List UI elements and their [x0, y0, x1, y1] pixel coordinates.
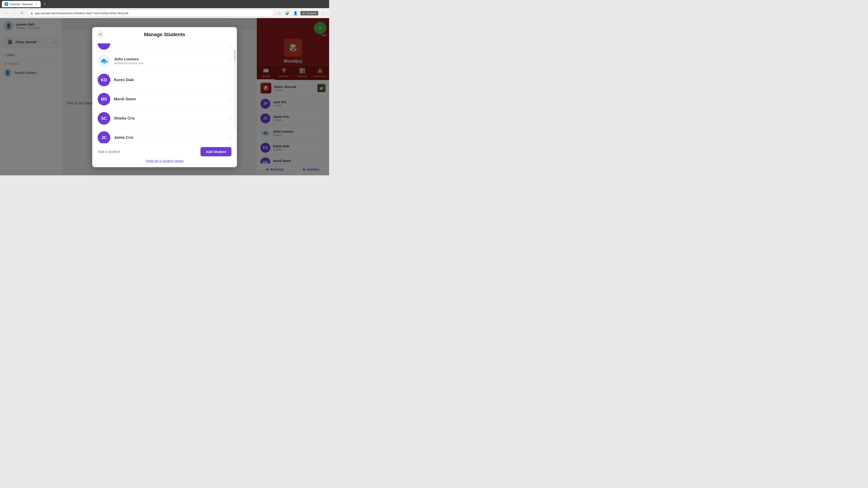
mordi-avatar: MS	[98, 93, 110, 105]
scrollbar-track	[234, 50, 236, 131]
menu-button[interactable]: ⋮	[320, 10, 327, 16]
paste-list-link[interactable]: Paste list of student names	[146, 159, 184, 163]
modal-footer: Add Student Paste list of student names	[92, 143, 237, 167]
app-wrapper: 👤 Lauren Deli Teacher - 2 Classes 📓 Clas…	[0, 18, 329, 175]
modal-overlay[interactable]: × Manage Students › 🐟 John Louises sampl…	[0, 18, 329, 175]
modal-student-john[interactable]: 🐟 John Louises sample@moodjoy.com ›	[92, 51, 237, 70]
modal-body: › 🐟 John Louises sample@moodjoy.com › KD…	[92, 41, 237, 143]
modal-student-jamie[interactable]: JC Jamie Cris ›	[92, 128, 237, 143]
karen-info: Karen Dale	[114, 78, 227, 82]
partial-student-row: ›	[92, 43, 237, 51]
lock-icon: 🔒	[30, 11, 33, 15]
url-text: app.seesaw.me/#/class/class.e01bf4c2-9a2…	[35, 11, 128, 15]
tab-bar: S Journal - Seesaw × +	[0, 0, 329, 8]
add-student-row: Add Student	[98, 147, 231, 156]
jamie-chevron-icon: ›	[230, 135, 231, 140]
modal-close-button[interactable]: ×	[97, 31, 104, 38]
john-email: sample@moodjoy.com	[114, 61, 227, 65]
jamie-info: Jamie Cris	[114, 135, 227, 140]
john-fish-avatar: 🐟	[98, 55, 110, 67]
back-button[interactable]: ←	[3, 10, 9, 16]
add-student-button[interactable]: Add Student	[200, 147, 231, 156]
extensions-button[interactable]: 🧩	[284, 10, 290, 16]
reload-button[interactable]: ↻	[19, 10, 25, 16]
karen-avatar: KD	[98, 74, 110, 86]
tab-title: Journal - Seesaw	[10, 2, 33, 6]
shiella-avatar: SC	[98, 112, 110, 125]
shiella-info: Shiella Cris	[114, 116, 227, 121]
mordi-name: Mordi Seem	[114, 97, 227, 101]
modal-student-shiella[interactable]: SC Shiella Cris ›	[92, 109, 237, 128]
john-chevron-icon: ›	[230, 59, 231, 63]
mordi-chevron-icon: ›	[230, 97, 231, 101]
profile-button[interactable]: 👤	[292, 10, 299, 16]
address-bar[interactable]: 🔒 app.seesaw.me/#/class/class.e01bf4c2-9…	[27, 10, 274, 17]
incognito-badge: 🕵 Incognito	[301, 11, 318, 15]
active-tab[interactable]: S Journal - Seesaw ×	[2, 1, 41, 7]
shiella-chevron-icon: ›	[230, 116, 231, 121]
john-name: John Louises	[114, 57, 227, 61]
modal-student-karen[interactable]: KD Karen Dale ›	[92, 70, 237, 90]
karen-name: Karen Dale	[114, 78, 227, 82]
shiella-name: Shiella Cris	[114, 116, 227, 121]
mordi-info: Mordi Seem	[114, 97, 227, 101]
add-student-input[interactable]	[98, 148, 198, 156]
bookmark-button[interactable]: ☆	[276, 10, 282, 16]
forward-button[interactable]: →	[11, 10, 17, 16]
john-info: John Louises sample@moodjoy.com	[114, 57, 227, 65]
jamie-avatar: JC	[98, 131, 110, 143]
karen-chevron-icon: ›	[230, 78, 231, 82]
manage-students-modal: × Manage Students › 🐟 John Louises sampl…	[92, 27, 237, 167]
new-tab-button[interactable]: +	[41, 1, 48, 7]
scrollbar-thumb[interactable]	[234, 50, 236, 61]
tab-close-button[interactable]: ×	[34, 2, 38, 6]
modal-header: × Manage Students	[92, 27, 237, 41]
modal-student-mordi[interactable]: MS Mordi Seem ›	[92, 90, 237, 109]
partial-avatar	[98, 43, 110, 50]
address-bar-row: ← → ↻ 🔒 app.seesaw.me/#/class/class.e01b…	[0, 8, 329, 18]
modal-title: Manage Students	[98, 32, 231, 37]
jamie-name: Jamie Cris	[114, 135, 227, 140]
tab-favicon: S	[4, 2, 8, 6]
